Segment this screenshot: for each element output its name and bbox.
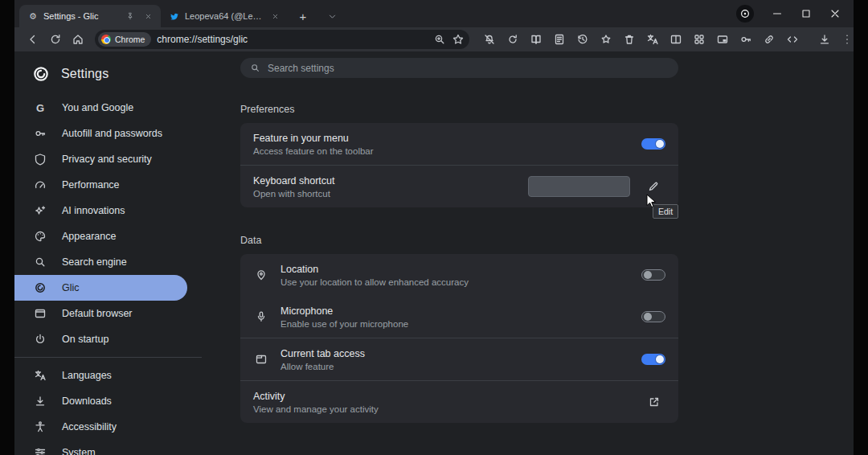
sidebar-item-appearance[interactable]: Appearance <box>14 223 187 249</box>
toggle-knob <box>656 140 664 148</box>
reload-button[interactable] <box>45 29 66 50</box>
home-button[interactable] <box>68 29 88 50</box>
section-title-data: Data <box>240 235 854 246</box>
section-title-preferences: Preferences <box>240 104 854 115</box>
split-screen-icon[interactable] <box>669 31 683 48</box>
microphone-icon <box>253 309 269 325</box>
developer-code-icon[interactable] <box>785 31 800 48</box>
sidebar-item-privacy[interactable]: Privacy and security <box>14 146 187 172</box>
settings-content: Preferences Feature in your menu Access … <box>227 51 854 455</box>
maximize-button[interactable] <box>794 4 818 23</box>
address-bar[interactable]: Chrome chrome://settings/glic <box>95 30 469 49</box>
history-icon[interactable] <box>575 31 590 48</box>
glic-logo-icon <box>32 65 50 83</box>
location-toggle[interactable] <box>641 269 665 281</box>
recording-indicator-icon[interactable] <box>736 5 754 23</box>
passwords-key-icon[interactable] <box>739 31 753 48</box>
sidebar-item-downloads[interactable]: Downloads <box>14 388 187 414</box>
chrome-badge-label: Chrome <box>115 35 145 44</box>
reload-tabs-icon[interactable] <box>506 31 520 48</box>
keyboard-shortcut-input[interactable] <box>528 176 630 197</box>
trash-icon[interactable] <box>622 31 637 48</box>
row-title: Keyboard shortcut <box>253 175 517 187</box>
mouse-cursor <box>646 194 657 208</box>
picture-in-picture-icon[interactable] <box>715 31 730 48</box>
translate-ext-icon[interactable] <box>645 31 660 48</box>
toggle-knob <box>656 355 664 363</box>
sidebar-item-search-engine[interactable]: Search engine <box>14 249 187 275</box>
row-microphone: Microphone Enable use of your microphone <box>240 296 678 338</box>
tab-list-chevron-icon[interactable] <box>323 7 341 25</box>
chrome-badge: Chrome <box>98 32 151 47</box>
search-settings[interactable] <box>240 58 678 78</box>
tab-twitter[interactable]: Leopeva64 (@Leopeva64) / Tw... <box>161 5 288 27</box>
glic-icon <box>33 281 47 295</box>
sidebar-item-ai-innovations[interactable]: AI innovations <box>14 198 187 223</box>
row-activity[interactable]: Activity View and manage your activity <box>240 381 678 423</box>
tab-title: Leopeva64 (@Leopeva64) / Tw... <box>185 11 264 21</box>
tab-pin-icon[interactable] <box>124 10 137 23</box>
row-title: Feature in your menu <box>253 133 630 144</box>
search-settings-input[interactable] <box>268 63 669 74</box>
microphone-toggle[interactable] <box>641 311 665 322</box>
browser-menu-button[interactable] <box>837 29 854 50</box>
favorites-star-icon[interactable] <box>599 31 613 48</box>
extensions-row <box>482 31 800 48</box>
article-icon[interactable] <box>552 31 567 48</box>
sidebar-item-system[interactable]: System <box>14 440 187 455</box>
minimize-button[interactable] <box>765 4 789 23</box>
tab-close-icon[interactable] <box>141 10 154 23</box>
current-tab-access-toggle[interactable] <box>641 354 665 365</box>
feature-in-menu-toggle[interactable] <box>641 138 665 150</box>
power-icon <box>33 332 47 346</box>
row-title: Activity <box>253 391 632 402</box>
magnifier-icon <box>33 255 47 269</box>
downloads-button[interactable] <box>814 29 835 50</box>
window-controls <box>736 0 849 27</box>
sidebar-item-on-startup[interactable]: On startup <box>14 326 187 352</box>
tab-groups-icon[interactable] <box>692 31 706 48</box>
settings-sidebar: Settings G You and Google Autofill and p… <box>14 51 227 455</box>
reading-list-icon[interactable] <box>529 31 543 48</box>
palette-icon <box>33 229 47 244</box>
close-window-button[interactable] <box>823 4 847 23</box>
google-g-icon: G <box>33 100 47 115</box>
tab-settings[interactable]: ⚙ Settings - Glic <box>19 5 161 27</box>
chrome-logo-icon <box>101 35 111 44</box>
sidebar-item-languages[interactable]: Languages <box>14 363 187 388</box>
sidebar-item-default-browser[interactable]: Default browser <box>14 301 187 326</box>
sidebar-item-performance[interactable]: Performance <box>14 172 187 198</box>
back-button[interactable] <box>23 29 43 50</box>
tab-close-icon[interactable] <box>268 10 281 23</box>
sidebar-item-label: Search engine <box>62 256 127 268</box>
url-text[interactable]: chrome://settings/glic <box>157 34 428 45</box>
twitter-bird-icon <box>169 10 180 22</box>
sparkle-icon <box>33 203 47 218</box>
row-subtitle: Open with shortcut <box>253 189 517 199</box>
settings-title: Settings <box>61 67 108 81</box>
sidebar-item-you-and-google[interactable]: G You and Google <box>14 95 187 121</box>
row-subtitle: View and manage your activity <box>253 404 632 414</box>
sidebar-divider <box>14 357 202 358</box>
notifications-off-icon[interactable] <box>482 31 497 48</box>
zoom-icon[interactable] <box>433 33 446 46</box>
sidebar-item-autofill[interactable]: Autofill and passwords <box>14 121 187 146</box>
row-title: Microphone <box>280 305 630 317</box>
toggle-knob <box>644 313 652 321</box>
sidebar-item-label: Accessibility <box>62 421 117 432</box>
new-tab-button[interactable]: + <box>293 6 313 27</box>
sidebar-item-glic[interactable]: Glic <box>14 275 187 301</box>
sidebar-item-label: Privacy and security <box>62 154 152 165</box>
external-link-icon[interactable] <box>643 391 665 413</box>
settings-nav: G You and Google Autofill and passwords … <box>14 95 227 455</box>
row-subtitle: Use your location to allow enhanced accu… <box>280 277 630 287</box>
bookmark-star-icon[interactable] <box>452 33 465 46</box>
tune-icon <box>33 445 47 455</box>
accessibility-icon <box>33 420 47 434</box>
sidebar-item-label: Autofill and passwords <box>62 128 162 139</box>
speedometer-icon <box>33 178 47 192</box>
sidebar-item-accessibility[interactable]: Accessibility <box>14 414 187 440</box>
row-title: Current tab access <box>280 348 630 359</box>
browser-window: ⚙ Settings - Glic Leopeva64 (@Leopeva64)… <box>14 0 854 455</box>
link-icon[interactable] <box>762 31 776 48</box>
